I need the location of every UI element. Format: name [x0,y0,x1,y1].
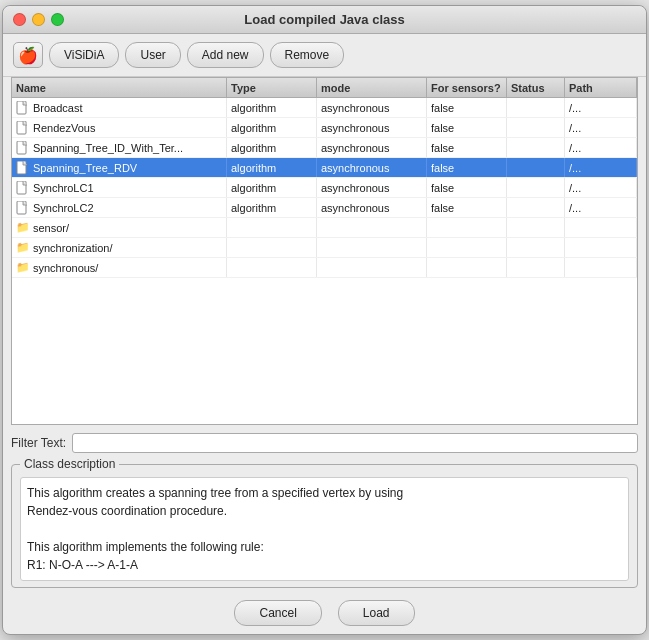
cell-name: 📁sensor/ [12,218,227,237]
cell-name-text: SynchroLC1 [33,182,94,194]
cell-name: 📁synchronization/ [12,238,227,257]
cell-sensors: false [427,178,507,197]
cell-path: /... [565,118,637,137]
cell-sensors [427,258,507,277]
cell-name-text: synchronous/ [33,262,98,274]
cell-type: algorithm [227,178,317,197]
cell-type [227,218,317,237]
file-icon [16,161,30,175]
filter-input[interactable] [72,433,638,453]
user-button[interactable]: User [125,42,180,68]
file-icon [16,141,30,155]
table-row[interactable]: 📁sensor/ [12,218,637,238]
cell-name: RendezVous [12,118,227,137]
cell-mode: asynchronous [317,138,427,157]
cell-name-text: Broadcast [33,102,83,114]
table-row[interactable]: 📁synchronization/ [12,238,637,258]
folder-icon: 📁 [16,261,30,275]
table-row[interactable]: SynchroLC2algorithmasynchronousfalse/... [12,198,637,218]
visidia-button[interactable]: ViSiDiA [49,42,119,68]
filter-area: Filter Text: [3,429,646,457]
cell-name-text: sensor/ [33,222,69,234]
cell-mode: asynchronous [317,98,427,117]
cell-mode [317,258,427,277]
cell-status [507,118,565,137]
col-header-type: Type [227,78,317,97]
maximize-button[interactable] [51,13,64,26]
table-row[interactable]: 📁synchronous/ [12,258,637,278]
cell-path: /... [565,98,637,117]
cell-path: /... [565,198,637,217]
file-icon [16,201,30,215]
main-window: Load compiled Java class 🍎 ViSiDiA User … [2,5,647,635]
cell-name-text: RendezVous [33,122,95,134]
cell-name: 📁synchronous/ [12,258,227,277]
description-section: Class description This algorithm creates… [11,457,638,588]
cell-name: Spanning_Tree_RDV [12,158,227,177]
cell-status [507,98,565,117]
load-button[interactable]: Load [338,600,415,626]
cell-status [507,218,565,237]
cell-mode: asynchronous [317,118,427,137]
cell-status [507,258,565,277]
cell-sensors: false [427,198,507,217]
col-header-status: Status [507,78,565,97]
table-row[interactable]: SynchroLC1algorithmasynchronousfalse/... [12,178,637,198]
table-row[interactable]: Spanning_Tree_ID_With_Ter...algorithmasy… [12,138,637,158]
table-body: Broadcastalgorithmasynchronousfalse/...R… [12,98,637,424]
cell-path [565,258,637,277]
cell-path [565,238,637,257]
minimize-button[interactable] [32,13,45,26]
folder-icon: 📁 [16,241,30,255]
cell-sensors: false [427,158,507,177]
cell-path: /... [565,158,637,177]
col-header-sensors: For sensors? [427,78,507,97]
cell-sensors: false [427,138,507,157]
cell-name: Spanning_Tree_ID_With_Ter... [12,138,227,157]
table-header: Name Type mode For sensors? Status Path [12,78,637,98]
col-header-path: Path [565,78,637,97]
window-title: Load compiled Java class [244,12,404,27]
col-header-mode: mode [317,78,427,97]
col-header-name: Name [12,78,227,97]
file-icon [16,121,30,135]
cell-path [565,218,637,237]
window-controls [13,13,64,26]
cell-sensors [427,218,507,237]
cell-name-text: synchronization/ [33,242,113,254]
cell-mode: asynchronous [317,198,427,217]
file-table: Name Type mode For sensors? Status Path … [11,77,638,425]
cell-status [507,138,565,157]
cell-name-text: SynchroLC2 [33,202,94,214]
cell-name: SynchroLC1 [12,178,227,197]
file-icon [16,101,30,115]
cell-type: algorithm [227,118,317,137]
cell-sensors [427,238,507,257]
cell-status [507,158,565,177]
cell-name-text: Spanning_Tree_RDV [33,162,137,174]
cell-type: algorithm [227,158,317,177]
table-row[interactable]: RendezVousalgorithmasynchronousfalse/... [12,118,637,138]
cell-status [507,178,565,197]
filter-label: Filter Text: [11,436,66,450]
table-row[interactable]: Broadcastalgorithmasynchronousfalse/... [12,98,637,118]
cell-status [507,198,565,217]
cell-path: /... [565,138,637,157]
description-text: This algorithm creates a spanning tree f… [20,477,629,581]
cell-path: /... [565,178,637,197]
cell-name: SynchroLC2 [12,198,227,217]
remove-button[interactable]: Remove [270,42,345,68]
cell-type: algorithm [227,198,317,217]
add-new-button[interactable]: Add new [187,42,264,68]
toolbar: 🍎 ViSiDiA User Add new Remove [3,34,646,77]
close-button[interactable] [13,13,26,26]
footer-buttons: Cancel Load [3,592,646,634]
table-row[interactable]: Spanning_Tree_RDValgorithmasynchronousfa… [12,158,637,178]
cell-name: Broadcast [12,98,227,117]
cell-status [507,238,565,257]
cancel-button[interactable]: Cancel [234,600,321,626]
cell-type: algorithm [227,98,317,117]
cell-sensors: false [427,98,507,117]
cell-sensors: false [427,118,507,137]
icon-button[interactable]: 🍎 [13,42,43,68]
